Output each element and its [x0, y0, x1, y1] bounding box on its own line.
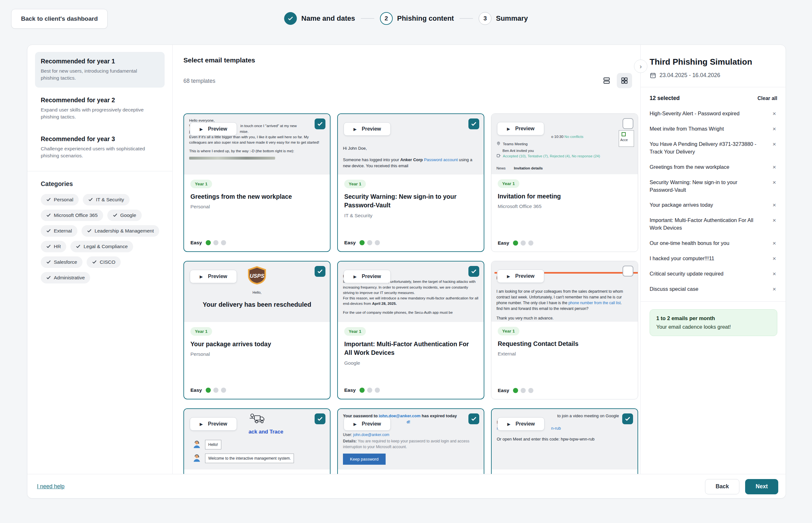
category-chip[interactable]: HR	[41, 241, 66, 252]
template-card-greetings-new-workplace[interactable]: ▶Preview Hello everyone, Win touch once …	[183, 113, 331, 252]
difficulty: Easy	[190, 387, 226, 393]
template-grid-viewport[interactable]: ▶Preview Hello everyone, Win touch once …	[183, 113, 638, 474]
category-chip[interactable]: Legal & Compliance	[70, 241, 133, 252]
preview-button[interactable]: ▶Preview	[497, 122, 544, 136]
selected-template-row: Important: Multi-Factor Authentication F…	[650, 217, 777, 232]
remove-template-button[interactable]: ×	[771, 163, 777, 171]
preview-button[interactable]: ▶Preview	[344, 270, 391, 283]
recommendation-title: Recommended for year 1	[41, 58, 159, 65]
usps-logo-icon: USPS	[247, 266, 267, 285]
category-chip[interactable]: Microsoft Office 365	[41, 210, 103, 221]
check-icon	[46, 213, 51, 218]
category-chip[interactable]: Google	[107, 210, 142, 221]
preview-button[interactable]: ▶Preview	[497, 269, 544, 283]
year-badge: Year 1	[498, 327, 519, 336]
preview-button[interactable]: ▶Preview	[344, 417, 391, 431]
remove-template-button[interactable]: ×	[771, 255, 777, 262]
remove-template-button[interactable]: ×	[771, 179, 777, 186]
category-chip[interactable]: Salesforce	[41, 256, 82, 268]
chat-bubble: Welcome to the interactive management sy…	[205, 454, 294, 463]
selected-template-name: I hacked your computer!!!11	[650, 255, 714, 263]
category-chip[interactable]: Administrative	[41, 272, 90, 284]
step-connector	[460, 18, 473, 19]
template-card-package-arrives-today[interactable]: ▶Preview USPS Hello, Your delivery has b…	[183, 261, 331, 399]
recommendation-item[interactable]: Recommended for year 3 Challenge experie…	[35, 130, 165, 165]
check-icon	[46, 259, 51, 264]
template-category: Microsoft Office 365	[498, 203, 631, 209]
recommendation-item[interactable]: Recommended for year 2 Expand user skill…	[35, 91, 165, 126]
template-card-meet-invite[interactable]: ▶Preview to join a video meeting on Goog…	[491, 408, 638, 474]
remove-template-button[interactable]: ×	[771, 270, 777, 277]
stepper: Name and dates 2 Phishing content 3 Summ…	[284, 12, 528, 25]
preview-button[interactable]: ▶Preview	[190, 270, 237, 283]
template-checkbox[interactable]	[468, 119, 479, 129]
check-icon	[92, 259, 97, 264]
calendar-icon	[650, 72, 656, 79]
template-title: Invitation for meeting	[498, 192, 625, 201]
divider	[172, 45, 172, 474]
step-name-and-dates[interactable]: Name and dates	[284, 12, 355, 25]
back-to-dashboard-button[interactable]: Back to client's dashboard	[11, 9, 108, 29]
preview-button[interactable]: ▶Preview	[190, 122, 237, 136]
template-checkbox[interactable]	[315, 266, 326, 277]
template-category: IT & Security	[344, 213, 477, 218]
grid-view-button[interactable]	[617, 73, 632, 88]
step-phishing-content[interactable]: 2 Phishing content	[380, 12, 454, 25]
remove-template-button[interactable]: ×	[771, 141, 777, 148]
category-chip[interactable]: External	[41, 225, 77, 237]
clear-all-button[interactable]: Clear all	[758, 95, 777, 101]
selected-template-name: Discuss special case	[650, 285, 698, 293]
category-chip[interactable]: Personal	[41, 194, 79, 205]
template-card-multi-factor-authentication[interactable]: ▶Preview D Inas, unfortunately, been the…	[337, 261, 484, 399]
year-badge: Year 1	[344, 180, 366, 188]
remove-template-button[interactable]: ×	[771, 201, 777, 209]
template-checkbox[interactable]	[468, 266, 479, 277]
preview-link: john.doe@anker.com	[353, 433, 389, 437]
template-checkbox[interactable]	[623, 266, 633, 276]
category-chip[interactable]: IT & Security	[83, 194, 129, 205]
recommendation-list: Recommended for year 1 Best for new user…	[35, 52, 165, 165]
preview-text: phone number. The only clue I have is th…	[496, 300, 633, 306]
difficulty-dots	[359, 240, 380, 245]
preview-text: Even if it's all a little bigger than wi…	[189, 134, 325, 146]
keep-password-button[interactable]: Keep password	[343, 454, 386, 465]
back-button[interactable]: Back	[705, 479, 739, 494]
template-checkbox[interactable]	[623, 118, 633, 129]
card-body: Year 1 Invitation for meeting Microsoft …	[491, 174, 638, 214]
template-checkbox[interactable]	[468, 413, 479, 424]
step-done-check-icon	[284, 12, 297, 25]
category-chip[interactable]: CISCO	[87, 256, 121, 268]
list-view-button[interactable]	[599, 73, 614, 88]
preview-button[interactable]: ▶Preview	[190, 417, 237, 431]
template-card-password-expired[interactable]: ▶Preview Your password to john.doe@anker…	[337, 408, 484, 474]
preview-button[interactable]: ▶Preview	[344, 122, 391, 136]
remove-template-button[interactable]: ×	[771, 285, 777, 293]
difficulty-dots	[359, 387, 380, 393]
remove-template-button[interactable]: ×	[771, 110, 777, 117]
template-title: Your package arrives today	[190, 340, 318, 348]
remove-template-button[interactable]: ×	[771, 239, 777, 247]
delivery-truck-icon	[249, 413, 265, 425]
year-badge: Year 1	[190, 180, 212, 188]
template-checkbox[interactable]	[622, 413, 633, 424]
step-summary[interactable]: 3 Summary	[479, 12, 528, 25]
template-card-track-and-trace[interactable]: ▶Preview ack and Trace Hello!	[183, 408, 331, 474]
template-checkbox[interactable]	[315, 413, 326, 424]
template-card-security-warning[interactable]: ▶Preview Hi John Doe, Someone has logged…	[337, 113, 484, 252]
remove-template-button[interactable]: ×	[771, 125, 777, 132]
remove-template-button[interactable]: ×	[771, 217, 777, 224]
template-card-invitation-for-meeting[interactable]: ▶Preview Acce o 10:30 No conflicts Teams…	[491, 113, 638, 252]
category-chip[interactable]: Leadership & Management	[81, 225, 159, 237]
recommendation-item[interactable]: Recommended for year 1 Best for new user…	[35, 52, 165, 88]
preview-button[interactable]: ▶Preview	[497, 417, 545, 431]
help-link[interactable]: I need help	[37, 483, 64, 490]
year-badge: Year 1	[190, 327, 212, 336]
next-button[interactable]: Next	[745, 479, 778, 494]
template-card-requesting-contact-details[interactable]: ▶Preview D I am looking for one of your …	[491, 261, 638, 399]
recommendation-description: Challenge experienced users with sophist…	[41, 145, 146, 160]
accept-checkbox-icon	[622, 132, 626, 136]
collapse-panel-button[interactable]: ›	[634, 59, 647, 73]
recommendation-title: Recommended for year 3	[41, 136, 159, 143]
check-icon	[46, 275, 51, 280]
template-checkbox[interactable]	[315, 119, 326, 129]
